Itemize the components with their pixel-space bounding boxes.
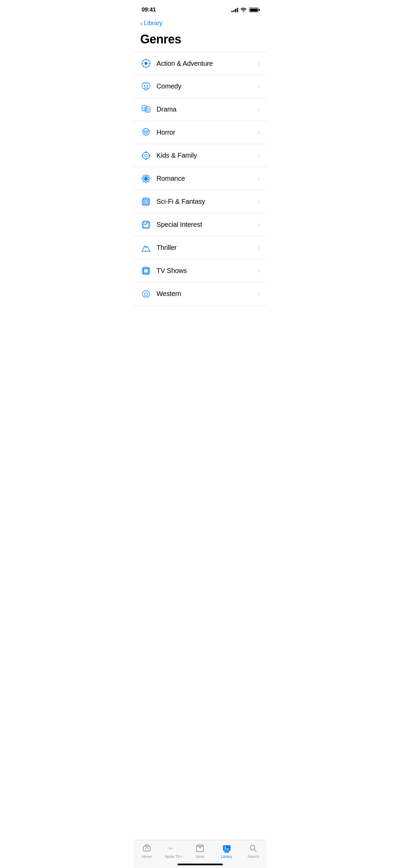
svg-point-12 bbox=[145, 154, 147, 157]
status-time: 09:41 bbox=[142, 6, 156, 13]
svg-point-15 bbox=[142, 155, 143, 156]
genre-item-tv-shows[interactable]: TV Shows › bbox=[133, 259, 267, 282]
genre-name: Comedy bbox=[156, 82, 255, 90]
genre-name: Horror bbox=[156, 129, 255, 136]
scifi-fantasy-icon bbox=[140, 196, 152, 208]
chevron-icon: › bbox=[258, 129, 260, 136]
drama-icon bbox=[140, 104, 152, 115]
genre-name: Sci-Fi & Fantasy bbox=[156, 198, 255, 205]
thriller-icon bbox=[140, 242, 152, 254]
special-interest-icon bbox=[140, 219, 152, 231]
genre-item-thriller[interactable]: Thriller › bbox=[133, 236, 267, 259]
svg-rect-35 bbox=[144, 269, 148, 273]
genre-item-western[interactable]: Western › bbox=[133, 282, 267, 305]
svg-point-3 bbox=[147, 85, 148, 86]
genre-name: Drama bbox=[156, 105, 255, 113]
status-bar: 09:41 bbox=[133, 0, 267, 18]
chevron-icon: › bbox=[258, 106, 260, 113]
genre-name: Action & Adventure bbox=[156, 60, 255, 67]
romance-icon bbox=[140, 173, 152, 184]
action-adventure-icon bbox=[140, 58, 152, 69]
genre-item-romance[interactable]: Romance › bbox=[133, 167, 267, 190]
chevron-icon: › bbox=[258, 198, 260, 205]
wifi-icon bbox=[240, 7, 247, 12]
svg-point-16 bbox=[149, 155, 150, 156]
tv-shows-icon bbox=[140, 265, 152, 277]
svg-point-7 bbox=[148, 108, 149, 109]
svg-point-10 bbox=[147, 131, 148, 132]
genre-item-comedy[interactable]: Comedy › bbox=[133, 75, 267, 98]
genre-item-special-interest[interactable]: Special Interest › bbox=[133, 213, 267, 236]
genre-name: Romance bbox=[156, 175, 255, 182]
chevron-icon: › bbox=[258, 221, 260, 228]
genre-list: Action & Adventure › Comedy › bbox=[133, 52, 267, 305]
genre-item-action-adventure[interactable]: Action & Adventure › bbox=[133, 52, 267, 75]
svg-point-14 bbox=[145, 158, 147, 160]
genre-item-horror[interactable]: Horror › bbox=[133, 121, 267, 144]
back-button[interactable]: ‹ Library bbox=[140, 20, 163, 27]
genre-name: Kids & Family bbox=[156, 152, 255, 159]
western-icon bbox=[140, 288, 152, 300]
chevron-icon: › bbox=[258, 290, 260, 297]
chevron-icon: › bbox=[258, 83, 260, 90]
genre-name: Thriller bbox=[156, 244, 255, 252]
svg-point-6 bbox=[147, 108, 148, 109]
signal-icon bbox=[231, 7, 238, 12]
chevron-icon: › bbox=[258, 267, 260, 274]
svg-point-9 bbox=[144, 131, 146, 132]
chevron-icon: › bbox=[258, 244, 260, 251]
battery-icon bbox=[249, 7, 258, 12]
svg-point-11 bbox=[143, 152, 149, 159]
svg-point-13 bbox=[145, 152, 147, 153]
chevron-icon: › bbox=[258, 152, 260, 159]
svg-point-4 bbox=[143, 107, 144, 108]
genre-item-scifi-fantasy[interactable]: Sci-Fi & Fantasy › bbox=[133, 190, 267, 213]
back-label: Library bbox=[144, 20, 163, 27]
back-navigation[interactable]: ‹ Library bbox=[133, 18, 267, 29]
status-icons bbox=[231, 7, 258, 12]
kids-family-icon bbox=[140, 150, 152, 161]
chevron-icon: › bbox=[258, 175, 260, 182]
genre-name: Western bbox=[156, 290, 255, 298]
horror-icon bbox=[140, 127, 152, 138]
chevron-icon: › bbox=[258, 60, 260, 67]
genre-item-kids-family[interactable]: Kids & Family › bbox=[133, 144, 267, 167]
page-title: Genres bbox=[133, 29, 267, 52]
back-chevron-icon: ‹ bbox=[140, 20, 143, 26]
genre-item-drama[interactable]: Drama › bbox=[133, 98, 267, 121]
genre-name: Special Interest bbox=[156, 221, 255, 229]
comedy-icon bbox=[140, 81, 152, 92]
genre-name: TV Shows bbox=[156, 267, 255, 275]
svg-point-2 bbox=[144, 85, 145, 86]
